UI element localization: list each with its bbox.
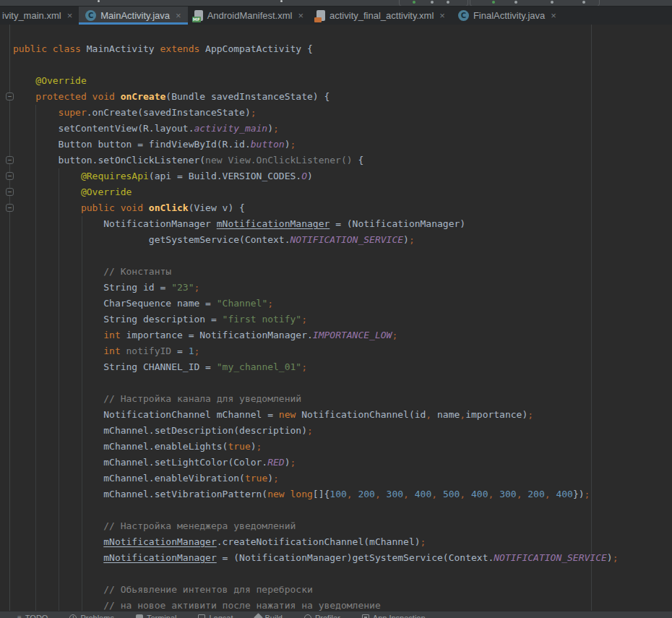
fold-marker-icon[interactable]: − (6, 204, 14, 212)
fold-marker-icon[interactable]: − (6, 188, 14, 196)
toolbar-icon[interactable] (551, 1, 553, 4)
tab-mainactivity-java[interactable]: CMainActivity.java× (79, 7, 187, 25)
fold-marker-icon[interactable]: − (6, 156, 14, 164)
run-icon[interactable] (413, 1, 415, 4)
toolbar-icon (280, 0, 283, 2)
manifest-file-icon: MF (194, 10, 203, 21)
tool-window-button-profiler[interactable]: Profiler (304, 614, 340, 618)
code-line (13, 57, 672, 73)
toolbar-icon[interactable] (514, 1, 517, 4)
problems-icon: ! (69, 614, 77, 618)
code-line: int importance = NotificationManager.IMP… (13, 327, 672, 343)
todo-icon: ≡ (17, 614, 22, 618)
tool-window-button-logcat[interactable]: Logcat (198, 614, 233, 618)
tool-window-label: App Inspection (373, 614, 426, 618)
code-line: // Обьявление интентов для переброски (13, 582, 672, 598)
build-icon (254, 613, 263, 618)
code-line: String CHANNEL_ID = "my_channel_01"; (13, 359, 672, 375)
app-inspection-icon (362, 614, 369, 618)
tab-androidmanifest-xml[interactable]: MFAndroidManifest.xml× (188, 7, 310, 25)
tool-window-label: TODO (25, 614, 48, 618)
tool-window-button-terminal[interactable]: Terminal (136, 614, 177, 618)
tab-label: AndroidManifest.xml (207, 10, 293, 21)
code-line: public void onClick(View v) { (13, 200, 672, 216)
toolbar-icon[interactable] (431, 1, 434, 4)
profiler-icon (304, 614, 311, 618)
code-line: // Константы (13, 264, 672, 280)
tool-window-button-app-inspection[interactable]: App Inspection (362, 614, 426, 618)
tab-finalacttivity-java[interactable]: CFinalActtivity.java× (452, 7, 563, 25)
code-line: mChannel.enableVibration(true); (13, 471, 672, 486)
code-line: // Настройка менеджера уведомлений (13, 518, 672, 534)
code-line: Button button = findViewById(R.id.button… (13, 137, 672, 153)
tab-bar: ivity_main.xml×CMainActivity.java×MFAndr… (0, 7, 672, 25)
code-line: public class MainActivity extends AppCom… (13, 41, 672, 57)
toolbar-button-group[interactable] (399, 0, 468, 7)
code-line: CharSequence name = "Channel"; (13, 296, 672, 312)
code-line: String description = "first notify"; (13, 312, 672, 327)
fold-marker-icon[interactable]: − (6, 172, 14, 180)
close-icon[interactable]: × (439, 11, 445, 20)
code-line: @Override (13, 184, 672, 200)
run-icon[interactable] (492, 1, 495, 4)
code-line: mNotificationManager = (NotificationMana… (13, 550, 672, 566)
tool-window-label: Profiler (315, 614, 340, 618)
tool-window-label: Build (265, 614, 283, 618)
toolbar-button-group[interactable] (470, 0, 600, 7)
editor[interactable]: public class MainActivity extends AppCom… (0, 25, 672, 618)
tab-activity-final-acttivity-xml[interactable]: activity_final_acttivity.xml× (310, 7, 452, 25)
close-icon[interactable]: × (176, 11, 181, 20)
close-icon[interactable]: × (298, 11, 303, 20)
code-line: super.onCreate(savedInstanceState); (13, 105, 672, 121)
toolbar-icon[interactable] (447, 1, 449, 4)
close-icon[interactable]: × (551, 11, 556, 20)
code-line (13, 248, 672, 264)
java-class-icon: C (85, 10, 96, 21)
code-line (13, 502, 672, 518)
code-line: button.setOnClickListener(new View.OnCli… (13, 153, 672, 168)
ide-window: ivity_main.xml×CMainActivity.java×MFAndr… (0, 0, 672, 618)
code-line: mNotificationManager.createNotificationC… (13, 534, 672, 550)
code-line: @Override (13, 73, 672, 89)
code-line: int notifyID = 1; (13, 343, 672, 359)
code-line: protected void onCreate(Bundle savedInst… (13, 89, 672, 105)
code-line: NotificationChannel mChannel = new Notif… (13, 407, 672, 423)
fold-marker-icon[interactable]: − (6, 93, 14, 100)
tab-ivity-main-xml[interactable]: ivity_main.xml× (0, 7, 79, 25)
tool-window-button-todo[interactable]: ≡TODO (17, 614, 48, 618)
tab-label: MainActivity.java (100, 10, 170, 21)
tool-window-button-build[interactable]: Build (255, 614, 283, 618)
terminal-icon (136, 614, 143, 618)
code-line: mChannel.setLightColor(Color.RED); (13, 455, 672, 471)
tab-label: FinalActtivity.java (473, 10, 545, 21)
tool-window-bar: ≡TODO!ProblemsTerminalLogcatBuildProfile… (0, 611, 672, 618)
code-line: mChannel.enableLights(true); (13, 439, 672, 455)
layout-xml-icon (316, 10, 325, 21)
toolbar-icon (98, 0, 100, 2)
code-line: @RequiresApi(api = Build.VERSION_CODES.O… (13, 168, 672, 184)
tool-window-label: Logcat (209, 614, 233, 618)
close-icon[interactable]: × (67, 11, 73, 20)
code-line: NotificationManager mNotificationManager… (13, 216, 672, 232)
tab-label: activity_final_acttivity.xml (329, 10, 434, 21)
toolbar-icon[interactable] (582, 1, 585, 4)
code-line (13, 375, 672, 391)
tab-label: ivity_main.xml (2, 10, 61, 21)
tool-window-button-problems[interactable]: !Problems (69, 614, 113, 618)
code-line: getSystemService(Context.NOTIFICATION_SE… (13, 232, 672, 248)
code-line: String id = "23"; (13, 280, 672, 296)
file-badge: MF (192, 17, 201, 22)
file-badge (314, 17, 322, 22)
tool-window-label: Terminal (147, 614, 177, 618)
java-class-icon: C (458, 10, 469, 21)
run-toolbar-strip (0, 0, 672, 7)
code-line (13, 566, 672, 582)
code-area[interactable]: public class MainActivity extends AppCom… (0, 25, 672, 614)
code-line: // Настройка канала для уведомлений (13, 391, 672, 407)
code-line: setContentView(R.layout.activity_main); (13, 121, 672, 137)
active-tab-underline (79, 22, 187, 25)
tool-window-label: Problems (80, 614, 113, 618)
code-line: mChannel.setVibrationPattern(new long[]{… (13, 486, 672, 502)
logcat-icon (198, 614, 205, 618)
code-line: mChannel.setDescription(description); (13, 423, 672, 439)
